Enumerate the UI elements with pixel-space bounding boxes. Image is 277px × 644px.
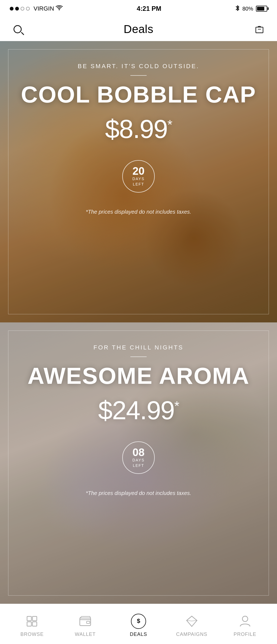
bluetooth-icon xyxy=(235,5,240,13)
deal-card-2[interactable]: FOR THE CHILL NIGHTS AWESOME AROMA $24.9… xyxy=(0,322,277,604)
search-icon xyxy=(14,25,22,33)
nav-label-deals: DEALS xyxy=(130,632,147,637)
svg-rect-3 xyxy=(27,616,31,621)
nav-item-campaigns[interactable]: CAMPAIGNS xyxy=(165,614,218,637)
svg-rect-1 xyxy=(256,27,263,33)
svg-marker-10 xyxy=(187,616,197,626)
wifi-icon xyxy=(56,5,63,12)
deal-2-subtitle: FOR THE CHILL NIGHTS xyxy=(93,344,183,351)
nav-item-wallet[interactable]: WALLET xyxy=(59,614,112,637)
dollar-icon: $ xyxy=(131,614,146,629)
deal-2-divider xyxy=(130,356,147,357)
svg-point-0 xyxy=(59,9,60,10)
nav-label-campaigns: CAMPAIGNS xyxy=(176,632,207,637)
svg-point-12 xyxy=(242,616,248,622)
svg-rect-7 xyxy=(80,618,91,626)
nav-item-deals[interactable]: $ DEALS xyxy=(112,614,165,637)
nav-label-profile: PROFILE xyxy=(234,632,256,637)
status-right: 80% xyxy=(235,5,267,13)
svg-rect-8 xyxy=(87,621,90,623)
grid-icon xyxy=(24,614,39,629)
svg-text:$: $ xyxy=(137,617,140,624)
signal-dot-2 xyxy=(15,7,19,11)
deal-2-days-circle: 08 DAYSLEFT xyxy=(122,441,155,474)
diamond-icon xyxy=(184,614,199,629)
deal-2-days-label: DAYSLEFT xyxy=(132,458,144,468)
deal-1-subtitle: BE SMART. IT'S COLD OUTSIDE. xyxy=(78,63,199,70)
deal-1-divider xyxy=(130,75,147,76)
profile-icon xyxy=(238,614,253,629)
page-title: Deals xyxy=(124,23,153,36)
nav-label-browse: BROWSE xyxy=(20,632,44,637)
nav-label-wallet: WALLET xyxy=(75,632,96,637)
cart-button[interactable] xyxy=(253,22,266,36)
deal-1-disclaimer: *The prices displayed do not includes ta… xyxy=(86,209,191,215)
svg-rect-5 xyxy=(27,622,31,626)
deal-1-price: $8.99* xyxy=(105,114,172,144)
battery-percent: 80% xyxy=(242,6,253,12)
deal-1-days-circle: 20 DAYSLEFT xyxy=(122,160,155,193)
svg-rect-6 xyxy=(32,622,37,626)
deal-2-title: AWESOME AROMA xyxy=(28,364,250,387)
status-time: 4:21 PM xyxy=(137,5,161,12)
nav-item-browse[interactable]: BROWSE xyxy=(5,614,59,637)
carrier-name: VIRGIN xyxy=(34,5,54,12)
deal-2-disclaimer: *The prices displayed do not includes ta… xyxy=(86,490,191,496)
signal-dot-1 xyxy=(10,7,14,11)
cart-icon xyxy=(254,24,265,34)
deal-1-title: COOL BOBBLE CAP xyxy=(21,83,256,106)
status-bar: VIRGIN 4:21 PM 80% xyxy=(0,0,277,17)
wallet-icon xyxy=(78,614,93,629)
svg-marker-11 xyxy=(187,616,197,621)
card-content-1: BE SMART. IT'S COLD OUTSIDE. COOL BOBBLE… xyxy=(0,41,277,322)
nav-item-profile[interactable]: PROFILE xyxy=(218,614,272,637)
deal-1-days-label: DAYSLEFT xyxy=(132,176,144,187)
deal-2-days-number: 08 xyxy=(133,447,145,458)
signal-dot-3 xyxy=(21,7,24,11)
signal-dot-4 xyxy=(26,7,30,11)
search-button[interactable] xyxy=(11,22,24,36)
card-content-2: FOR THE CHILL NIGHTS AWESOME AROMA $24.9… xyxy=(0,322,277,604)
svg-rect-4 xyxy=(32,616,37,621)
deal-2-price: $24.99* xyxy=(98,395,179,425)
status-left: VIRGIN xyxy=(10,5,63,12)
app-header: Deals xyxy=(0,17,277,41)
deal-1-days-number: 20 xyxy=(133,166,145,176)
bottom-navigation: BROWSE WALLET $ DEALS xyxy=(0,604,277,644)
deal-card-1[interactable]: BE SMART. IT'S COLD OUTSIDE. COOL BOBBLE… xyxy=(0,41,277,322)
battery-icon xyxy=(256,6,267,12)
